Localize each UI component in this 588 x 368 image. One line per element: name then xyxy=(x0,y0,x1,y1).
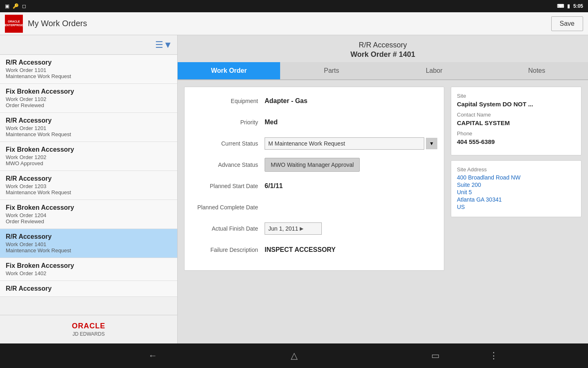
back-icon[interactable]: ← xyxy=(148,350,157,361)
tab-labor[interactable]: Labor xyxy=(383,62,486,79)
contact-label: Contact Name xyxy=(457,112,575,118)
sidebar-item-subtitle-1: Work Order 1102 xyxy=(6,96,172,102)
filter-icon[interactable]: ☰▼ xyxy=(155,40,172,50)
sidebar-header: ☰▼ xyxy=(0,35,177,55)
sidebar-item-status-6: Maintenance Work Request xyxy=(6,247,172,254)
address-line-3[interactable]: Atlanta GA 30341 xyxy=(457,196,575,203)
form-row-2: Current Status ▼ xyxy=(191,136,437,151)
nav-bar: ← △ ▭ ⋮ xyxy=(0,343,588,368)
sidebar-item-8[interactable]: R/R Accessory xyxy=(0,281,177,297)
date-input-6[interactable]: Jun 1, 2011 ▶ xyxy=(265,222,322,235)
sidebar-item-status-4: Maintenance Work Request xyxy=(6,189,172,195)
form-value-0: Adapter - Gas xyxy=(265,97,307,105)
date-value-6: Jun 1, 2011 xyxy=(268,225,298,232)
contact-name: CAPITAL SYSTEM xyxy=(457,119,575,126)
form-label-7: Failure Description xyxy=(191,247,265,253)
side-info: Site Capital System DO NOT ... Contact N… xyxy=(451,87,581,271)
main-layout: ☰▼ R/R Accessory Work Order 1101 Mainten… xyxy=(0,35,588,343)
phone-label: Phone xyxy=(457,130,575,137)
site-name: Capital System DO NOT ... xyxy=(457,101,575,108)
sidebar-item-status-0: Maintenance Work Request xyxy=(6,73,172,79)
sidebar-item-subtitle-2: Work Order 1201 xyxy=(6,125,172,131)
address-line-4[interactable]: US xyxy=(457,204,575,210)
form-label-6: Actual Finish Date xyxy=(191,225,265,232)
form-label-2: Current Status xyxy=(191,140,265,147)
jde-footer-label: JD EDWARDS xyxy=(73,331,105,337)
detail-pane: R/R Accessory Work Order # 1401 Work Ord… xyxy=(178,35,588,343)
detail-title: R/R Accessory xyxy=(178,41,588,49)
status-bar: ▣ 🔑 ◻ ⌨ ▮ 5:05 xyxy=(0,0,588,12)
sidebar-item-1[interactable]: Fix Broken Accessory Work Order 1102 Ord… xyxy=(0,84,177,113)
sidebar-item-5[interactable]: Fix Broken Accessory Work Order 1204 Ord… xyxy=(0,200,177,229)
form-label-0: Equipment xyxy=(191,98,265,104)
sidebar-item-4[interactable]: R/R Accessory Work Order 1203 Maintenanc… xyxy=(0,171,177,200)
sidebar-item-status-1: Order Reviewed xyxy=(6,102,172,108)
form-row-5: Planned Complete Date xyxy=(191,200,437,215)
status-bar-left: ▣ 🔑 ◻ xyxy=(5,3,26,9)
address-line-0[interactable]: 400 Broadland Road NW xyxy=(457,174,575,181)
sidebar-item-title-2: R/R Accessory xyxy=(6,117,172,124)
sidebar-item-subtitle-0: Work Order 1101 xyxy=(6,67,172,73)
site-label: Site xyxy=(457,93,575,99)
sidebar-item-subtitle-4: Work Order 1203 xyxy=(6,183,172,189)
address-line-1[interactable]: Suite 200 xyxy=(457,182,575,188)
form-label-3: Advance Status xyxy=(191,162,265,168)
sidebar-item-title-4: R/R Accessory xyxy=(6,175,172,182)
save-button[interactable]: Save xyxy=(551,16,583,31)
phone-icon: ◻ xyxy=(22,3,26,9)
advance-status-button[interactable]: MWO Waiting Manager Approval xyxy=(265,158,360,172)
sidebar-item-subtitle-6: Work Order 1401 xyxy=(6,241,172,247)
sidebar-item-0[interactable]: R/R Accessory Work Order 1101 Maintenanc… xyxy=(0,55,177,84)
tab-notes[interactable]: Notes xyxy=(486,62,588,79)
sidebar-item-status-5: Order Reviewed xyxy=(6,218,172,224)
sidebar-item-title-6: R/R Accessory xyxy=(6,233,172,240)
tab-work-order[interactable]: Work Order xyxy=(178,62,280,79)
wifi-icon: ⌨ xyxy=(557,3,564,9)
detail-subtitle: Work Order # 1401 xyxy=(178,50,588,59)
sidebar-item-title-1: Fix Broken Accessory xyxy=(6,88,172,95)
sidebar-item-subtitle-7: Work Order 1402 xyxy=(6,270,172,276)
sidebar-item-title-0: R/R Accessory xyxy=(6,59,172,66)
sidebar-item-subtitle-3: Work Order 1202 xyxy=(6,154,172,160)
form-main: Equipment Adapter - Gas Priority Med Cur… xyxy=(184,87,444,271)
form-row-4: Planned Start Date 6/1/11 xyxy=(191,179,437,193)
app-bar: ORACLE ENTERPRISE My Work Orders Save xyxy=(0,12,588,35)
form-row-7: Failure Description INSPECT ACCESSORY xyxy=(191,242,437,257)
oracle-logo-icon: ORACLE ENTERPRISE xyxy=(5,15,23,33)
site-info-card: Site Capital System DO NOT ... Contact N… xyxy=(451,87,581,155)
overflow-icon[interactable]: ⋮ xyxy=(489,350,498,361)
calendar-icon-6: ▶ xyxy=(300,226,303,231)
form-label-4: Planned Start Date xyxy=(191,183,265,189)
form-value-1: Med xyxy=(265,119,278,126)
form-label-5: Planned Complete Date xyxy=(191,204,265,211)
form-value-4: 6/1/11 xyxy=(265,182,283,190)
sidebar-item-3[interactable]: Fix Broken Accessory Work Order 1202 MWO… xyxy=(0,142,177,171)
form-row-0: Equipment Adapter - Gas xyxy=(191,94,437,108)
address-line-2[interactable]: Unit 5 xyxy=(457,189,575,195)
nav-bar-inner: ← △ ▭ ⋮ xyxy=(82,350,506,361)
sidebar-item-6[interactable]: R/R Accessory Work Order 1401 Maintenanc… xyxy=(0,229,177,258)
tab-parts[interactable]: Parts xyxy=(280,62,383,79)
recents-icon[interactable]: ▭ xyxy=(431,350,440,361)
sidebar-item-title-5: Fix Broken Accessory xyxy=(6,204,172,211)
sidebar-footer: ORACLE JD EDWARDS xyxy=(0,315,177,343)
sidebar-item-subtitle-5: Work Order 1204 xyxy=(6,212,172,218)
dropdown-input-2[interactable] xyxy=(265,137,424,150)
battery-icon: ▮ xyxy=(567,3,570,9)
dropdown-arrow-2[interactable]: ▼ xyxy=(426,138,437,149)
sidebar-item-7[interactable]: Fix Broken Accessory Work Order 1402 xyxy=(0,258,177,281)
time-display: 5:05 xyxy=(573,3,583,9)
form-value-7: INSPECT ACCESSORY xyxy=(265,246,336,254)
sidebar-item-title-8: R/R Accessory xyxy=(6,285,172,292)
sidebar-item-title-7: Fix Broken Accessory xyxy=(6,262,172,269)
home-icon[interactable]: △ xyxy=(291,350,298,361)
form-content: Equipment Adapter - Gas Priority Med Cur… xyxy=(178,80,588,277)
image-icon: ▣ xyxy=(5,3,9,9)
oracle-footer-logo: ORACLE xyxy=(72,322,105,330)
sidebar-item-2[interactable]: R/R Accessory Work Order 1201 Maintenanc… xyxy=(0,113,177,142)
sidebar: ☰▼ R/R Accessory Work Order 1101 Mainten… xyxy=(0,35,178,343)
form-label-1: Priority xyxy=(191,119,265,126)
sidebar-item-status-3: MWO Approved xyxy=(6,160,172,166)
phone-value: 404 555-6389 xyxy=(457,138,575,145)
detail-header: R/R Accessory Work Order # 1401 xyxy=(178,35,588,62)
